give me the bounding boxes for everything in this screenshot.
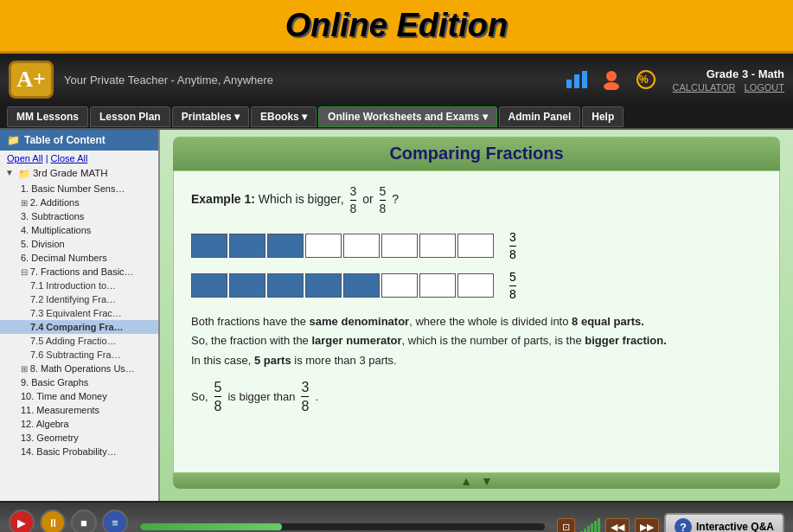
open-all-link[interactable]: Open All xyxy=(7,153,43,163)
logout-link[interactable]: LOGOUT xyxy=(745,82,784,93)
bar-cell-1-4 xyxy=(305,234,342,258)
nav-help[interactable]: Help xyxy=(582,106,624,127)
sidebar-item-10[interactable]: 10. Time and Money xyxy=(0,389,158,403)
prev-track-button[interactable]: ◀◀ xyxy=(605,518,630,533)
question-mark: ? xyxy=(392,192,399,206)
next-track-button[interactable]: ▶▶ xyxy=(635,518,659,533)
bar1-fraction-num: 3 xyxy=(509,229,516,247)
nav-lesson-plan[interactable]: Lesson Plan xyxy=(90,106,170,127)
resize-button[interactable]: ⊡ xyxy=(557,518,575,533)
banner-title: Online Edition xyxy=(0,7,793,44)
close-all-link[interactable]: Close All xyxy=(51,153,88,163)
nav-printables[interactable]: Printables ▾ xyxy=(172,106,249,127)
conclusion-frac1: 5 8 xyxy=(214,379,222,414)
nav-admin-panel[interactable]: Admin Panel xyxy=(499,106,581,127)
expand-2: ⊞ xyxy=(21,198,30,208)
sidebar-item-7-1[interactable]: 7.1 Introduction to… xyxy=(0,279,158,292)
sidebar-item-7-4[interactable]: 7.4 Comparing Fra… xyxy=(0,320,158,334)
fraction-bar-1: 3 8 xyxy=(191,229,762,262)
calculator-link[interactable]: CALCULATOR xyxy=(673,82,736,93)
bar-grid-2 xyxy=(191,273,494,298)
sidebar-label-7-1: 7.1 Introduction to… xyxy=(30,280,116,291)
settings-icon[interactable]: % xyxy=(632,67,660,92)
sidebar-item-5[interactable]: 5. Division xyxy=(0,237,158,251)
explanation-line3: In this case, 5 parts is more than 3 par… xyxy=(191,351,762,370)
sidebar-item-14[interactable]: 14. Basic Probability… xyxy=(0,445,158,458)
sidebar-item-7-2[interactable]: 7.2 Identifying Fra… xyxy=(0,292,158,306)
sidebar-item-3[interactable]: 3. Subtractions xyxy=(0,209,158,223)
bar-cell-2-1 xyxy=(191,273,227,298)
fraction1-den: 8 xyxy=(350,201,357,216)
next-arrow[interactable]: ▼ xyxy=(481,474,493,488)
chart-icon[interactable] xyxy=(563,67,591,92)
header-right: Grade 3 - Math CALCULATOR LOGOUT xyxy=(673,67,784,93)
progress-bar-container[interactable] xyxy=(140,523,545,530)
bar-cell-2-6 xyxy=(381,273,418,298)
svg-text:%: % xyxy=(639,74,649,86)
sidebar-item-11[interactable]: 11. Measurements xyxy=(0,403,158,417)
content-area: Comparing Fractions Example 1: Which is … xyxy=(160,130,793,501)
conclusion-bigger: is bigger than xyxy=(227,390,295,403)
sidebar-item-4[interactable]: 4. Multiplications xyxy=(0,223,158,237)
user-icon[interactable] xyxy=(598,67,625,92)
nav-mm-lessons[interactable]: MM Lessons xyxy=(7,106,88,127)
exp-mid-2: , which is the number of parts, is the xyxy=(402,334,585,347)
vol-bar-5 xyxy=(594,521,597,533)
sidebar-label-7-5: 7.5 Adding Fractio… xyxy=(30,336,117,346)
stop-button[interactable]: ■ xyxy=(71,510,97,532)
text-button[interactable]: ≡ xyxy=(102,510,128,532)
sidebar-item-7-3[interactable]: 7.3 Equivalent Frac… xyxy=(0,306,158,320)
sidebar-item-3rdgrade[interactable]: ▼ 📁 3rd Grade MATH xyxy=(0,166,158,182)
sidebar-item-6[interactable]: 6. Decimal Numbers xyxy=(0,251,158,265)
expand-icon: ▼ xyxy=(5,168,14,177)
bar2-fraction-label: 5 8 xyxy=(509,269,516,302)
main-area: 📁 Table of Content Open All | Close All … xyxy=(0,130,793,501)
sidebar-item-7[interactable]: ⊟ 7. Fractions and Basic… xyxy=(0,265,158,279)
play-button[interactable]: ▶ xyxy=(9,510,35,532)
tagline: Your Private Teacher - Anytime, Anywhere xyxy=(64,74,563,87)
example-label: Example 1: xyxy=(191,192,255,206)
sidebar-label-5: 5. Division xyxy=(21,239,65,249)
sidebar-label-7-3: 7.3 Equivalent Frac… xyxy=(30,308,122,318)
fraction2-den: 8 xyxy=(380,201,387,216)
sidebar-item-12[interactable]: 12. Algebra xyxy=(0,417,158,431)
content-title: Comparing Fractions xyxy=(389,144,563,163)
sidebar-item-2[interactable]: ⊞ 2. Additions xyxy=(0,195,158,209)
vol-bar-6 xyxy=(598,518,600,533)
qa-button[interactable]: ? Interactive Q&A xyxy=(664,513,784,532)
sidebar-label-7-2: 7.2 Identifying Fra… xyxy=(30,294,116,304)
bar2-fraction-den: 8 xyxy=(509,286,516,302)
sidebar-item-1[interactable]: 1. Basic Number Sens… xyxy=(0,182,158,195)
explanation: Both fractions have the same denominator… xyxy=(191,312,762,369)
sidebar-label-12: 12. Algebra xyxy=(21,419,69,429)
exp-bold-2: 8 equal parts. xyxy=(572,315,644,328)
sidebar-label-4: 4. Multiplications xyxy=(21,225,91,235)
sidebar-item-8[interactable]: ⊞ 8. Math Operations Us… xyxy=(0,362,158,375)
exp-bold-1: same denominator xyxy=(310,315,410,328)
header-icons: % xyxy=(563,67,660,92)
bar-cell-1-7 xyxy=(419,234,456,258)
sidebar-label-10: 10. Time and Money xyxy=(21,391,107,401)
svg-point-4 xyxy=(604,82,619,90)
exp-mid-1: , where the whole is divided into xyxy=(409,315,572,328)
sidebar-item-9[interactable]: 9. Basic Graphs xyxy=(0,375,158,389)
sidebar-item-7-5[interactable]: 7.5 Adding Fractio… xyxy=(0,334,158,348)
svg-point-3 xyxy=(606,71,617,81)
nav-ebooks[interactable]: EBooks ▾ xyxy=(251,106,317,127)
nav-online-worksheets[interactable]: Online Worksheets and Exams ▾ xyxy=(318,106,497,127)
folder-icon: 📁 xyxy=(7,134,20,146)
grade-label: Grade 3 - Math xyxy=(673,67,784,80)
open-close-bar: Open All | Close All xyxy=(0,151,158,166)
sidebar-label-3: 3. Subtractions xyxy=(21,211,84,221)
sidebar-item-13[interactable]: 13. Geometry xyxy=(0,431,158,445)
pause-button[interactable]: ⏸ xyxy=(40,510,66,532)
bar1-fraction-den: 8 xyxy=(509,247,516,262)
prev-arrow[interactable]: ▲ xyxy=(460,474,472,488)
conclusion-period: . xyxy=(315,390,318,403)
qa-label: Interactive Q&A xyxy=(696,521,774,532)
sidebar-label-3rdgrade: 3rd Grade MATH xyxy=(33,168,108,178)
exp-bold-4: bigger fraction. xyxy=(585,334,667,347)
bar-cell-2-2 xyxy=(229,273,265,298)
sidebar-item-7-6[interactable]: 7.6 Subtracting Fra… xyxy=(0,348,158,362)
text-group: ≡ Text xyxy=(102,510,128,532)
